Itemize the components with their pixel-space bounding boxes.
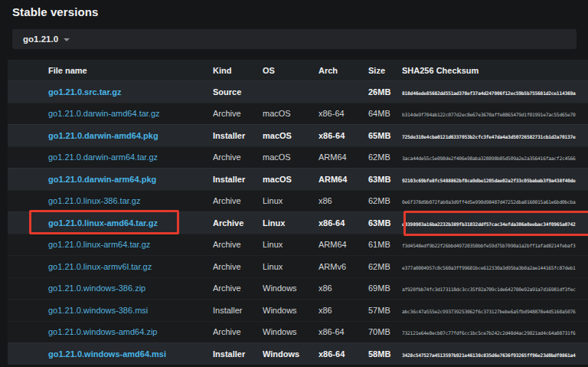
sha256-checksum: f3d4548edf9b22f26bbd49720350bbfe59d75b70… bbox=[402, 243, 576, 248]
file-link[interactable]: go1.21.0.darwin-arm64.tar.gz bbox=[48, 152, 158, 162]
version-dropdown-label: go1.21.0 bbox=[23, 34, 58, 44]
arch-cell: x86-64 bbox=[318, 131, 368, 140]
table-row: go1.21.0.linux-amd64.tar.gz Archive Linu… bbox=[8, 211, 588, 234]
file-link[interactable]: go1.21.0.darwin-arm64.pkg bbox=[48, 175, 156, 184]
arch-cell: x86 bbox=[318, 283, 368, 293]
file-link[interactable]: go1.21.0.windows-amd64.msi bbox=[48, 349, 166, 359]
table-row: go1.21.0.linux-386.tar.gz Archive Linux … bbox=[8, 190, 588, 212]
kind-cell: Archive bbox=[213, 152, 263, 162]
file-link[interactable]: go1.21.0.windows-386.zip bbox=[48, 283, 145, 293]
file-link[interactable]: go1.21.0.darwin-amd64.tar.gz bbox=[48, 109, 160, 118]
sha256-checksum: b314de9f704ab122c077d2ec8e67e3670affe886… bbox=[402, 112, 576, 117]
sha256-checksum: 732121e64e0ecb07c77fdf6cc1bc5ce7b242c2d4… bbox=[402, 330, 576, 336]
column-header-kind: Kind bbox=[213, 66, 263, 75]
size-cell: 62MB bbox=[368, 262, 402, 271]
os-cell: macOS bbox=[263, 131, 318, 140]
table-row: go1.21.0.darwin-amd64.tar.gz Archive mac… bbox=[8, 103, 588, 125]
table-row: go1.21.0.windows-386.zip Archive Windows… bbox=[8, 277, 588, 300]
os-cell: Windows bbox=[263, 349, 318, 359]
os-cell: Linux bbox=[263, 262, 318, 271]
arch-cell: ARM64 bbox=[318, 240, 368, 249]
file-link[interactable]: go1.21.0.windows-amd64.zip bbox=[48, 327, 157, 336]
arch-cell: x86 bbox=[318, 196, 368, 205]
kind-cell: Source bbox=[213, 87, 263, 97]
sha256-checksum: e377a0004957c8c560a3ff99601bce612330a3d9… bbox=[402, 265, 576, 270]
sha256-checksum: 0e6f378d9b072fab0a3d9ff4d5e990d98487d472… bbox=[402, 199, 576, 205]
sha256-checksum: 92103c69bfe8fc5488862bf8ca9dbe1205dae02a… bbox=[402, 178, 576, 183]
os-cell: Windows bbox=[263, 327, 318, 336]
table-row: go1.21.0.darwin-arm64.pkg Installer macO… bbox=[8, 168, 588, 190]
size-cell: 57MB bbox=[368, 306, 402, 315]
kind-cell: Installer bbox=[213, 349, 263, 359]
size-cell: 62MB bbox=[368, 152, 402, 162]
size-cell: 63MB bbox=[368, 218, 402, 228]
column-header-size: Size bbox=[368, 66, 402, 75]
table-body: go1.21.0.src.tar.gz Source 26MB 818d46ed… bbox=[8, 80, 588, 365]
kind-cell: Archive bbox=[213, 283, 263, 293]
arch-cell: x86-64 bbox=[318, 109, 368, 118]
table-row: go1.21.0.linux-armv6l.tar.gz Archive Lin… bbox=[8, 255, 588, 277]
kind-cell: Archive bbox=[213, 196, 263, 205]
kind-cell: Installer bbox=[213, 306, 263, 315]
chevron-down-icon bbox=[64, 38, 70, 41]
os-cell: macOS bbox=[263, 175, 318, 184]
go-downloads-page: { "heading": "Stable versions", "version… bbox=[0, 0, 588, 367]
file-link[interactable]: go1.21.0.windows-386.msi bbox=[48, 306, 148, 315]
sha256-checksum: 3aca44de55c5e098de2f406e98aba328898b05d5… bbox=[402, 156, 576, 161]
table-row: go1.21.0.darwin-amd64.pkg Installer macO… bbox=[8, 124, 588, 146]
sha256-checksum: 725de310e4cba0121d6337053b2cfc3fe47da4a3… bbox=[402, 134, 576, 139]
kind-cell: Archive bbox=[213, 327, 263, 336]
column-header-file-name: File name bbox=[8, 66, 213, 75]
arch-cell: x86-64 bbox=[318, 349, 368, 359]
file-link[interactable]: go1.21.0.linux-amd64.tar.gz bbox=[48, 218, 158, 228]
version-dropdown[interactable]: go1.21.0 bbox=[12, 29, 577, 49]
file-link[interactable]: go1.21.0.darwin-amd64.pkg bbox=[48, 131, 158, 140]
column-header-sha256: SHA256 Checksum bbox=[402, 66, 588, 75]
file-link[interactable]: go1.21.0.src.tar.gz bbox=[48, 87, 121, 97]
sha256-checksum: 818d46ede85682dd551ad378ef37a4d247006f12… bbox=[402, 90, 576, 96]
arch-cell: ARM64 bbox=[318, 175, 368, 184]
kind-cell: Archive bbox=[213, 240, 263, 249]
size-cell: 61MB bbox=[368, 240, 402, 249]
sha256-checksum: af920fbb74fc3d173118dc3cc35f02a709c1de64… bbox=[402, 287, 576, 292]
column-header-arch: Arch bbox=[318, 66, 368, 75]
column-header-os: OS bbox=[263, 66, 318, 75]
size-cell: 69MB bbox=[368, 283, 402, 293]
size-cell: 64MB bbox=[368, 109, 402, 118]
size-cell: 58MB bbox=[368, 349, 402, 359]
kind-cell: Installer bbox=[213, 175, 263, 184]
table-header-row: File name Kind OS Arch Size SHA256 Check… bbox=[8, 60, 588, 80]
table-row: go1.21.0.darwin-arm64.tar.gz Archive mac… bbox=[8, 146, 588, 169]
size-cell: 63MB bbox=[368, 175, 402, 184]
os-cell: Windows bbox=[263, 283, 318, 293]
page-title: Stable versions bbox=[12, 5, 98, 18]
kind-cell: Archive bbox=[213, 262, 263, 271]
kind-cell: Installer bbox=[213, 131, 263, 140]
table-row: go1.21.0.windows-amd64.zip Archive Windo… bbox=[8, 321, 588, 343]
table-row: go1.21.0.linux-arm64.tar.gz Archive Linu… bbox=[8, 234, 588, 256]
arch-cell: x86-64 bbox=[318, 218, 368, 228]
arch-cell: ARM64 bbox=[318, 152, 368, 162]
size-cell: 26MB bbox=[368, 87, 402, 97]
size-cell: 62MB bbox=[368, 196, 402, 205]
size-cell: 70MB bbox=[368, 327, 402, 336]
table-row: go1.21.0.src.tar.gz Source 26MB 818d46ed… bbox=[8, 80, 588, 103]
arch-cell: x86-64 bbox=[318, 327, 368, 336]
kind-cell: Archive bbox=[213, 109, 263, 118]
os-cell: Linux bbox=[263, 196, 318, 205]
os-cell: macOS bbox=[263, 152, 318, 162]
os-cell: macOS bbox=[263, 109, 318, 118]
file-link[interactable]: go1.21.0.linux-386.tar.gz bbox=[48, 196, 140, 205]
sha256-checksum: d0398903a16ba2232b389fb31032ddf57cac34ef… bbox=[402, 221, 576, 227]
sha256-checksum: 3428c547527a4513597b921e46138c835d6e7636… bbox=[402, 352, 576, 358]
size-cell: 65MB bbox=[368, 131, 402, 140]
file-link[interactable]: go1.21.0.linux-armv6l.tar.gz bbox=[48, 262, 152, 271]
file-link[interactable]: go1.21.0.linux-arm64.tar.gz bbox=[48, 240, 150, 249]
downloads-table: File name Kind OS Arch Size SHA256 Check… bbox=[8, 60, 588, 365]
table-row: go1.21.0.windows-386.msi Installer Windo… bbox=[8, 299, 588, 321]
arch-cell: ARMv6 bbox=[318, 262, 368, 271]
os-cell: Linux bbox=[263, 218, 318, 228]
os-cell: Windows bbox=[263, 306, 318, 315]
sha256-checksum: abc36c47a555e2c993739253062f6c373127bebe… bbox=[402, 309, 576, 314]
arch-cell: x86 bbox=[318, 306, 368, 315]
